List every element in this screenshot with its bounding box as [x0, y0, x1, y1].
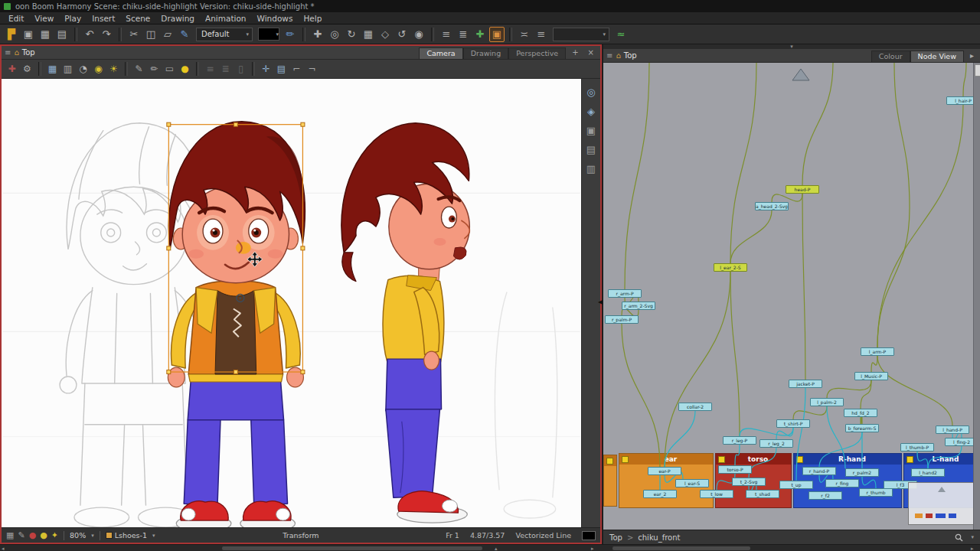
node-r_arm_2-Svg[interactable]: r_arm_2-Svg: [622, 302, 655, 310]
node-l_thumb-P[interactable]: l_thumb-P: [900, 443, 934, 452]
search-icon[interactable]: [955, 533, 963, 542]
panel-expand-icon[interactable]: ▴: [495, 545, 498, 551]
brush-tool-icon[interactable]: ✎: [177, 27, 192, 42]
scroll-left-icon[interactable]: ◂: [2, 545, 5, 551]
node-l_Music-P[interactable]: l_Music-P: [854, 372, 888, 380]
mirror-icon[interactable]: ▯: [234, 62, 248, 77]
node-l_ear_2-S[interactable]: l_ear_2-S: [714, 263, 747, 272]
align-center-icon[interactable]: ✛: [259, 62, 273, 77]
select-tool-icon[interactable]: ✚: [310, 27, 325, 42]
colour-yellow-icon[interactable]: ●: [40, 530, 47, 540]
scroll-right-icon[interactable]: ▸: [971, 545, 974, 551]
tab-camera[interactable]: Camera: [419, 47, 462, 59]
save-version-icon[interactable]: ▦: [38, 27, 53, 42]
tab-scroll-right-icon[interactable]: ▸: [967, 51, 977, 60]
guide-top-icon[interactable]: ⌐: [289, 62, 304, 77]
node-ear_2[interactable]: ear_2: [643, 490, 677, 498]
paste-icon[interactable]: ▱: [160, 27, 175, 42]
panel-menu-icon[interactable]: ≡: [5, 48, 11, 57]
lock-icon[interactable]: ◉: [91, 62, 106, 77]
node-r_palm2[interactable]: r_palm2: [845, 468, 879, 477]
node-t_2-Svg[interactable]: t_2-Svg: [732, 478, 766, 486]
onion-skin-icon[interactable]: ◔: [76, 62, 90, 77]
node-torso-P[interactable]: torso-P: [718, 465, 752, 474]
node-l_hand2[interactable]: l_hand2: [911, 468, 945, 477]
node-r_leg-P[interactable]: r_leg-P: [723, 436, 756, 445]
menu-view[interactable]: View: [29, 14, 59, 23]
copy-icon[interactable]: ◫: [143, 27, 158, 42]
home-icon[interactable]: ⌂: [616, 51, 620, 60]
breadcrumb-root[interactable]: Top: [609, 533, 622, 542]
flash-icon[interactable]: ✦: [51, 530, 58, 540]
zoom-in-icon[interactable]: ◉: [411, 27, 426, 42]
align-grid-icon[interactable]: ▤: [274, 62, 289, 77]
node-r_hand-P[interactable]: r_hand-P: [802, 467, 836, 475]
pencil-icon[interactable]: ✎: [132, 62, 146, 77]
current-colour-icon[interactable]: ●: [178, 62, 192, 77]
camera-canvas[interactable]: [2, 79, 581, 527]
node-r_fing[interactable]: r_fing: [825, 479, 859, 487]
current-layer-selector[interactable]: Lshoes-1 ▾: [106, 531, 155, 540]
tab-drawing[interactable]: Drawing: [463, 47, 509, 59]
node-l_palm-2[interactable]: l_palm-2: [810, 398, 844, 406]
close-view-button[interactable]: ×: [585, 48, 597, 57]
menu-insert[interactable]: Insert: [87, 14, 120, 23]
node-l_ear-S[interactable]: l_ear-S: [675, 479, 709, 487]
hand-drag-icon[interactable]: ≡: [439, 27, 454, 42]
node-b_forearm-S[interactable]: b_forearm-S: [845, 424, 879, 432]
horizontal-scrollbar[interactable]: ◂ ▴ ▸ ▸: [0, 544, 980, 551]
node-collar-2[interactable]: collar-2: [678, 403, 712, 411]
tab-node-view[interactable]: Node View: [910, 51, 964, 62]
undo-icon[interactable]: ↶: [82, 27, 97, 42]
grid-icon[interactable]: ▦: [45, 62, 60, 77]
panel-divider-handle[interactable]: ◀: [598, 298, 603, 305]
scroll-right-icon[interactable]: ▸: [591, 545, 594, 551]
layer-stack-icon[interactable]: ▣: [586, 125, 596, 136]
menu-windows[interactable]: Windows: [252, 14, 299, 23]
camera-mask-icon[interactable]: ◎: [586, 86, 595, 98]
add-view-button[interactable]: +: [569, 48, 581, 57]
reset-rotation-icon[interactable]: ↺: [394, 27, 410, 42]
node-r_leg_2[interactable]: r_leg_2: [760, 439, 793, 448]
caret-down-icon[interactable]: ▾: [971, 534, 974, 540]
panel-menu-icon[interactable]: ≡: [606, 51, 612, 60]
mode-dropdown[interactable]: ▾: [553, 28, 609, 41]
node-r_f2[interactable]: r_f2: [808, 491, 842, 500]
character-side-view[interactable]: [341, 123, 470, 523]
save-icon[interactable]: ▣: [21, 27, 36, 42]
dynamic-transform-icon[interactable]: ≣: [218, 62, 233, 77]
levels-icon[interactable]: ≡: [534, 27, 549, 42]
line-colour-swatch[interactable]: [582, 531, 596, 540]
guide-bottom-icon[interactable]: ¬: [305, 62, 319, 77]
menu-animation[interactable]: Animation: [200, 14, 252, 23]
colour-red-icon[interactable]: ●: [29, 530, 37, 540]
safe-area-icon[interactable]: ◈: [587, 106, 595, 117]
performance-icon[interactable]: ≈: [613, 27, 629, 42]
rotate-view-icon[interactable]: ↻: [344, 27, 359, 42]
outline-mode-icon[interactable]: ▤: [586, 144, 596, 155]
scrollbar-thumb[interactable]: [222, 546, 482, 550]
node-l_arm-P[interactable]: l_arm-P: [861, 347, 894, 356]
color-swatch-dropdown[interactable]: ▾: [258, 28, 279, 41]
tab-colour[interactable]: Colour: [871, 51, 910, 62]
tool-presets-icon[interactable]: ▦: [6, 530, 14, 540]
stack-order-icon[interactable]: ≍: [517, 27, 532, 42]
node-t_shirt-P[interactable]: t_shirt-P: [776, 419, 810, 428]
cut-icon[interactable]: ✂: [126, 27, 142, 42]
field-grid-icon[interactable]: ▥: [60, 62, 75, 77]
node-graph[interactable]: eartorsoR-handL-handl_hair-Phead-Pa_head…: [603, 63, 980, 530]
display-node-icon[interactable]: [792, 69, 809, 80]
open-scene-icon[interactable]: ▛: [4, 27, 19, 42]
menu-scene[interactable]: Scene: [120, 14, 155, 23]
node-t_up[interactable]: t_up: [779, 481, 813, 489]
gear-icon[interactable]: ⚙: [20, 62, 34, 77]
node-r_palm-P[interactable]: r_palm-P: [605, 315, 639, 324]
node-t_low[interactable]: t_low: [700, 490, 733, 498]
add-node-icon[interactable]: ✚: [472, 27, 488, 42]
light-table-icon[interactable]: ☀: [106, 62, 121, 77]
node-t_shad[interactable]: t_shad: [746, 490, 779, 498]
node-r_thumb[interactable]: r_thumb: [859, 488, 893, 497]
column-list-icon[interactable]: ≣: [456, 27, 471, 42]
render-mode-icon[interactable]: ▥: [586, 163, 596, 174]
node-head-P[interactable]: head-P: [786, 185, 819, 194]
